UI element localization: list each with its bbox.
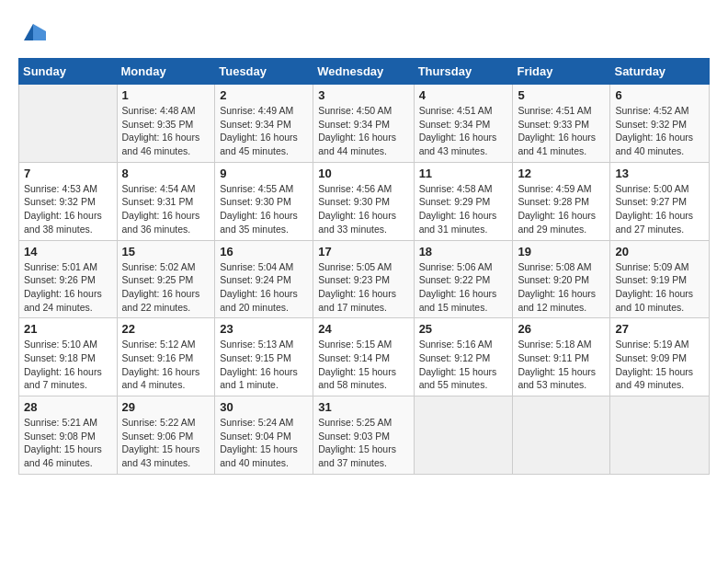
day-info: Sunrise: 5:02 AM Sunset: 9:25 PM Dayligh… [122,260,210,315]
day-info: Sunrise: 5:18 AM Sunset: 9:11 PM Dayligh… [518,338,605,392]
day-cell [414,396,513,475]
day-cell: 23Sunrise: 5:13 AM Sunset: 9:15 PM Dayli… [215,318,313,396]
week-row-2: 7Sunrise: 4:53 AM Sunset: 9:32 PM Daylig… [19,162,710,240]
day-cell: 18Sunrise: 5:06 AM Sunset: 9:22 PM Dayli… [414,240,513,318]
day-cell [513,396,610,475]
logo-icon [20,18,46,44]
day-number: 10 [318,167,408,180]
day-cell: 5Sunrise: 4:51 AM Sunset: 9:33 PM Daylig… [513,85,610,163]
day-info: Sunrise: 4:55 AM Sunset: 9:30 PM Dayligh… [220,182,308,236]
header-cell-sunday: Sunday [19,59,118,85]
day-cell: 16Sunrise: 5:04 AM Sunset: 9:24 PM Dayli… [215,240,313,318]
header-row: SundayMondayTuesdayWednesdayThursdayFrid… [19,59,710,85]
day-cell: 12Sunrise: 4:59 AM Sunset: 9:28 PM Dayli… [513,162,610,240]
day-cell: 11Sunrise: 4:58 AM Sunset: 9:29 PM Dayli… [414,162,513,240]
day-cell: 17Sunrise: 5:05 AM Sunset: 9:23 PM Dayli… [313,240,414,318]
day-cell: 8Sunrise: 4:54 AM Sunset: 9:31 PM Daylig… [117,162,215,240]
day-cell: 27Sunrise: 5:19 AM Sunset: 9:09 PM Dayli… [610,318,710,396]
day-number: 28 [24,400,112,414]
day-number: 2 [220,88,308,102]
day-number: 24 [318,322,408,336]
day-info: Sunrise: 5:04 AM Sunset: 9:24 PM Dayligh… [220,260,308,315]
day-info: Sunrise: 4:48 AM Sunset: 9:35 PM Dayligh… [122,104,210,158]
day-number: 23 [220,322,308,336]
day-info: Sunrise: 4:51 AM Sunset: 9:34 PM Dayligh… [419,104,508,158]
day-info: Sunrise: 5:12 AM Sunset: 9:16 PM Dayligh… [122,338,210,392]
day-number: 15 [122,245,210,259]
day-info: Sunrise: 5:16 AM Sunset: 9:12 PM Dayligh… [419,338,508,392]
day-cell: 14Sunrise: 5:01 AM Sunset: 9:26 PM Dayli… [19,240,118,318]
day-info: Sunrise: 4:51 AM Sunset: 9:33 PM Dayligh… [518,104,605,158]
day-cell: 20Sunrise: 5:09 AM Sunset: 9:19 PM Dayli… [610,240,710,318]
day-info: Sunrise: 4:58 AM Sunset: 9:29 PM Dayligh… [419,182,508,236]
calendar-table: SundayMondayTuesdayWednesdayThursdayFrid… [18,58,710,475]
day-info: Sunrise: 4:53 AM Sunset: 9:32 PM Dayligh… [24,182,112,236]
day-info: Sunrise: 5:10 AM Sunset: 9:18 PM Dayligh… [24,338,112,392]
day-number: 30 [220,400,308,414]
day-cell [19,85,118,163]
day-cell: 7Sunrise: 4:53 AM Sunset: 9:32 PM Daylig… [19,162,118,240]
week-row-4: 21Sunrise: 5:10 AM Sunset: 9:18 PM Dayli… [19,318,710,396]
header-cell-thursday: Thursday [414,59,513,85]
day-cell: 29Sunrise: 5:22 AM Sunset: 9:06 PM Dayli… [117,396,215,475]
day-number: 1 [122,88,210,102]
day-number: 9 [220,167,308,180]
day-number: 26 [518,322,605,336]
day-info: Sunrise: 5:01 AM Sunset: 9:26 PM Dayligh… [24,260,112,315]
day-number: 13 [615,167,704,180]
day-info: Sunrise: 4:52 AM Sunset: 9:32 PM Dayligh… [615,104,704,158]
header-cell-tuesday: Tuesday [215,59,313,85]
day-info: Sunrise: 4:59 AM Sunset: 9:28 PM Dayligh… [518,182,605,236]
day-cell: 2Sunrise: 4:49 AM Sunset: 9:34 PM Daylig… [215,85,313,163]
day-cell: 3Sunrise: 4:50 AM Sunset: 9:34 PM Daylig… [313,85,414,163]
day-number: 25 [419,322,508,336]
day-number: 27 [615,322,704,336]
day-number: 4 [419,88,508,102]
day-info: Sunrise: 5:06 AM Sunset: 9:22 PM Dayligh… [419,260,508,315]
week-row-5: 28Sunrise: 5:21 AM Sunset: 9:08 PM Dayli… [19,396,710,475]
day-cell: 15Sunrise: 5:02 AM Sunset: 9:25 PM Dayli… [117,240,215,318]
day-cell: 24Sunrise: 5:15 AM Sunset: 9:14 PM Dayli… [313,318,414,396]
page-header [18,18,710,49]
day-number: 12 [518,167,605,180]
header-cell-wednesday: Wednesday [313,59,414,85]
day-info: Sunrise: 5:00 AM Sunset: 9:27 PM Dayligh… [615,182,704,236]
day-cell: 4Sunrise: 4:51 AM Sunset: 9:34 PM Daylig… [414,85,513,163]
header-cell-monday: Monday [117,59,215,85]
header-cell-friday: Friday [513,59,610,85]
day-number: 20 [615,245,704,259]
day-info: Sunrise: 5:21 AM Sunset: 9:08 PM Dayligh… [24,416,112,470]
day-number: 19 [518,245,605,259]
day-number: 29 [122,400,210,414]
day-number: 14 [24,245,112,259]
day-info: Sunrise: 4:54 AM Sunset: 9:31 PM Dayligh… [122,182,210,236]
week-row-3: 14Sunrise: 5:01 AM Sunset: 9:26 PM Dayli… [19,240,710,318]
svg-marker-1 [33,24,46,40]
day-info: Sunrise: 5:13 AM Sunset: 9:15 PM Dayligh… [220,338,308,392]
day-number: 22 [122,322,210,336]
day-cell: 6Sunrise: 4:52 AM Sunset: 9:32 PM Daylig… [610,85,710,163]
day-info: Sunrise: 5:25 AM Sunset: 9:03 PM Dayligh… [318,416,408,470]
day-cell: 30Sunrise: 5:24 AM Sunset: 9:04 PM Dayli… [215,396,313,475]
day-number: 21 [24,322,112,336]
day-info: Sunrise: 4:56 AM Sunset: 9:30 PM Dayligh… [318,182,408,236]
day-info: Sunrise: 5:05 AM Sunset: 9:23 PM Dayligh… [318,260,408,315]
day-cell: 1Sunrise: 4:48 AM Sunset: 9:35 PM Daylig… [117,85,215,163]
day-cell: 21Sunrise: 5:10 AM Sunset: 9:18 PM Dayli… [19,318,118,396]
day-cell: 19Sunrise: 5:08 AM Sunset: 9:20 PM Dayli… [513,240,610,318]
day-cell: 31Sunrise: 5:25 AM Sunset: 9:03 PM Dayli… [313,396,414,475]
day-number: 31 [318,400,408,414]
day-number: 8 [122,167,210,180]
day-cell: 9Sunrise: 4:55 AM Sunset: 9:30 PM Daylig… [215,162,313,240]
day-info: Sunrise: 5:09 AM Sunset: 9:19 PM Dayligh… [615,260,704,315]
day-info: Sunrise: 5:22 AM Sunset: 9:06 PM Dayligh… [122,416,210,470]
logo [18,18,46,49]
day-info: Sunrise: 5:15 AM Sunset: 9:14 PM Dayligh… [318,338,408,392]
day-info: Sunrise: 4:49 AM Sunset: 9:34 PM Dayligh… [220,104,308,158]
day-cell: 13Sunrise: 5:00 AM Sunset: 9:27 PM Dayli… [610,162,710,240]
day-info: Sunrise: 5:08 AM Sunset: 9:20 PM Dayligh… [518,260,605,315]
day-number: 16 [220,245,308,259]
day-info: Sunrise: 4:50 AM Sunset: 9:34 PM Dayligh… [318,104,408,158]
day-cell: 10Sunrise: 4:56 AM Sunset: 9:30 PM Dayli… [313,162,414,240]
day-cell [610,396,710,475]
